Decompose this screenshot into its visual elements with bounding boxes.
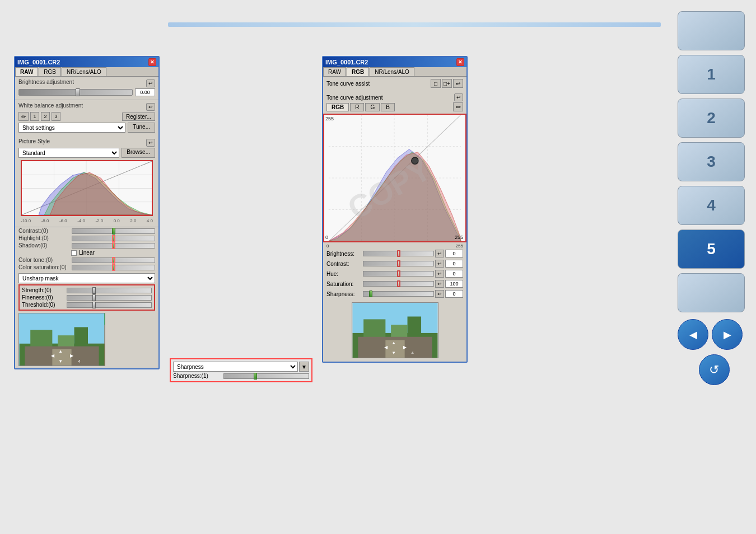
sidebar-btn-5[interactable]: 5 [678,229,745,269]
rgb-tab-row: RGB R G B ✏ [326,102,463,111]
x-axis-labels: -10.0-8.0-6.0-4.0-2.00.02.04.0 [18,218,155,223]
svg-text:▶: ▶ [70,353,74,358]
rgb-sharpness-reset[interactable]: ↩ [435,290,444,298]
left-tab-nr[interactable]: NR/Lens/ALO [62,67,106,76]
next-btn[interactable]: ▶ [712,319,743,350]
rgb-contrast-slider[interactable] [363,261,434,266]
browse-btn[interactable]: Browse... [122,148,155,158]
ps-dropdown[interactable]: Standard [18,148,119,158]
register-btn[interactable]: Register... [122,113,155,121]
adj-section: Contrast:(0) Highlight:(0) Shadow:(0) Li… [15,227,158,271]
shadow-slider[interactable] [72,243,155,249]
rgb-hue-reset[interactable]: ↩ [435,270,444,278]
sh-dropdown[interactable]: Sharpness [173,362,298,372]
ps-dropdown-row: Standard Browse... [18,148,155,158]
left-tab-rgb[interactable]: RGB [39,67,61,76]
sidebar-btn-1[interactable]: 1 [678,55,745,94]
shadow-row: Shadow:(0) [15,242,158,249]
ps-header: Picture Style ↩ [18,138,155,147]
sh-dropdown-arrow[interactable]: ▼ [299,362,309,372]
svg-text:▲: ▲ [58,349,63,354]
threshold-row: Threshold:(0) [22,301,152,308]
tone-curve-graph: 255 0 COPY 255 [323,114,466,242]
wb-num-2[interactable]: 2 [41,112,50,121]
svg-text:▶: ▶ [403,345,407,350]
contrast-adj-row: Contrast: ↩ 0 [323,259,466,269]
saturation-adj-row: Saturation: ↩ 100 [323,279,466,289]
contrast-slider[interactable] [72,228,155,234]
left-panel-tabs: RAW RGB NR/Lens/ALO [15,67,158,77]
sidebar-btn-4[interactable]: 4 [678,186,745,225]
tc-adj-reset[interactable]: ↩ [454,93,463,101]
unsharp-sub: Strength:(0) Fineness:(0) Threshold:(0) [18,284,155,311]
rgb-saturation-slider[interactable] [363,281,434,287]
rgb-contrast-reset[interactable]: ↩ [435,260,444,268]
tc-btn-reset[interactable]: ↩ [453,79,463,88]
curve-xaxis: 0 255 [323,243,466,249]
color-sat-row: Color saturation:(0) [15,264,158,271]
tune-btn[interactable]: Tune... [128,123,155,133]
strength-slider[interactable] [67,288,152,293]
right-panel-close[interactable]: ✕ [456,58,464,66]
fineness-row: Fineness:(0) [22,294,152,301]
sharpness-adj-row: Sharpness: ↩ 0 [323,289,466,299]
right-sidebar: 1 2 3 4 5 ◀ ▶ ↺ [678,11,750,385]
sidebar-btn-blank[interactable] [678,11,745,50]
wb-num-1[interactable]: 1 [30,112,39,121]
left-panel-close[interactable]: ✕ [148,58,156,66]
tc-assist-buttons: □ □+ ↩ [431,79,463,88]
tc-btn-plus[interactable]: □+ [442,79,452,88]
ps-reset[interactable]: ↩ [146,139,155,147]
right-preview: ▲ ◀ ▶ ▼ 4 [352,302,438,358]
brightness-header: Brightness adjustment ↩ [18,79,155,87]
wb-dropdown-row: Shot settings Tune... [18,123,155,133]
sh-slider[interactable] [223,373,309,379]
right-panel-titlebar: IMG_0001.CR2 ✕ [323,57,466,67]
rgb-sharpness-slider[interactable] [363,291,434,297]
fineness-slider[interactable] [67,295,152,301]
right-tab-raw[interactable]: RAW [323,67,346,76]
brightness-value: 0.00 [135,88,155,96]
color-sat-slider[interactable] [72,265,155,270]
rgb-sharpness-value: 0 [445,290,463,298]
rgb-brightness-reset[interactable]: ↩ [435,250,444,257]
tc-adj-section: Tone curve adjustment ↩ RGB R G B ✏ [323,91,466,113]
hue-adj-row: Hue: ↩ 0 [323,269,466,279]
tc-adj-header: Tone curve adjustment ↩ [326,92,463,102]
right-tab-nr[interactable]: NR/Lens/ALO [370,67,414,76]
unsharp-dropdown-row: Unsharp mask [18,273,155,283]
refresh-btn[interactable]: ↺ [699,354,730,385]
rgb-hue-value: 0 [445,270,463,278]
wb-dropdown[interactable]: Shot settings [18,123,125,133]
sidebar-btn-extra[interactable] [678,273,745,312]
svg-text:◀: ◀ [384,345,388,350]
sidebar-btn-3[interactable]: 3 [678,142,745,181]
color-tone-slider[interactable] [72,257,155,263]
right-panel-tabs: RAW RGB NR/Lens/ALO [323,67,466,77]
wb-reset[interactable]: ↩ [146,103,155,111]
sh-slider-row: Sharpness:(1) [173,373,309,379]
left-tab-raw[interactable]: RAW [15,67,38,76]
svg-text:4: 4 [411,350,414,355]
prev-btn[interactable]: ◀ [678,319,708,350]
highlight-slider[interactable] [72,236,155,241]
rgb-tab-r[interactable]: R [350,103,364,111]
rgb-saturation-reset[interactable]: ↩ [435,280,444,288]
right-tab-rgb[interactable]: RGB [347,67,369,76]
eyedrop-btn[interactable]: ✏ [18,112,29,121]
rgb-tab-rgb[interactable]: RGB [326,103,349,111]
rgb-brightness-slider[interactable] [363,251,434,256]
brightness-reset[interactable]: ↩ [146,79,155,87]
sidebar-btn-2[interactable]: 2 [678,99,745,138]
unsharp-dropdown[interactable]: Unsharp mask [18,273,155,283]
tc-btn-square[interactable]: □ [431,79,441,88]
wb-num-3[interactable]: 3 [52,112,60,121]
rgb-tab-b[interactable]: B [381,103,395,111]
brightness-slider[interactable] [18,89,133,96]
linear-checkbox[interactable] [71,250,77,256]
pencil-btn[interactable]: ✏ [453,102,463,111]
rgb-tab-g[interactable]: G [365,103,380,111]
tc-assist-section: Tone curve assist □ □+ ↩ [323,77,466,91]
rgb-hue-slider[interactable] [363,271,434,277]
threshold-slider[interactable] [67,302,152,308]
